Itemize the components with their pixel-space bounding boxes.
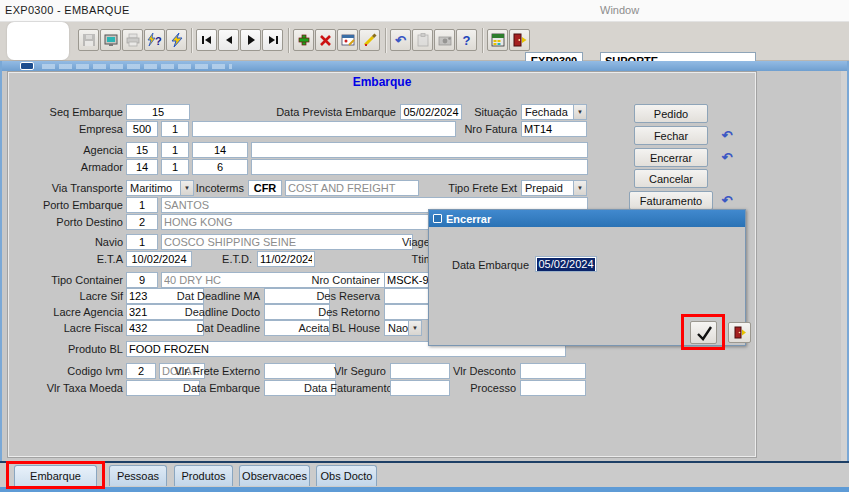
edit-record-button[interactable] bbox=[337, 29, 358, 51]
etd-field[interactable] bbox=[257, 251, 315, 267]
incoterms-label: Incoterms bbox=[194, 181, 244, 195]
window-left-edge bbox=[0, 61, 2, 492]
tipo-frete-ext-dropdown[interactable]: Prepaid ▼ bbox=[521, 180, 587, 196]
agencia-name-field[interactable] bbox=[251, 142, 588, 158]
add-record-button[interactable] bbox=[293, 29, 314, 51]
dialog-exit-button[interactable] bbox=[728, 322, 751, 343]
eta-label: E.T.A bbox=[11, 252, 123, 266]
undo-icon: ↶ bbox=[722, 150, 733, 165]
toolbar-group-record bbox=[293, 29, 380, 51]
lacre-sif-label: Lacre Sif bbox=[11, 289, 123, 303]
vlr-desconto-field[interactable] bbox=[520, 363, 586, 379]
incoterms-desc-field[interactable] bbox=[285, 180, 419, 196]
print-button[interactable] bbox=[122, 29, 143, 51]
lightning-question-icon: ? bbox=[147, 33, 162, 47]
tipo-container-code-field[interactable] bbox=[126, 272, 158, 288]
nro-container-label: Nro Container bbox=[254, 273, 380, 287]
screen-button[interactable] bbox=[100, 29, 121, 51]
dialog-window-icon bbox=[433, 214, 442, 223]
tipo-container-label: Tipo Container bbox=[11, 273, 123, 287]
etd-label: E.T.D. bbox=[194, 252, 252, 266]
nro-fatura-field[interactable] bbox=[521, 121, 587, 137]
porto-embarque-code-field[interactable] bbox=[126, 197, 158, 213]
armador-sub-field[interactable] bbox=[161, 159, 189, 175]
seq-embarque-label: Seq Embarque bbox=[11, 105, 123, 119]
chevron-down-icon: ▼ bbox=[573, 105, 586, 119]
processo-field[interactable] bbox=[520, 380, 586, 396]
encerrar-undo-button[interactable]: ↶ bbox=[714, 149, 740, 166]
undo-icon: ↶ bbox=[722, 128, 733, 143]
empresa-code-field[interactable] bbox=[126, 121, 158, 137]
next-record-button[interactable] bbox=[240, 29, 261, 51]
via-transporte-label: Via Transporte bbox=[11, 181, 123, 195]
toolbar-separator bbox=[385, 28, 386, 53]
via-transporte-dropdown[interactable]: Maritimo ▼ bbox=[126, 180, 194, 196]
dialog-data-embarque-field[interactable]: 05/02/2024 bbox=[535, 256, 597, 272]
eta-field[interactable] bbox=[126, 251, 192, 267]
lacre-fiscal-label: Lacre Fiscal bbox=[11, 321, 123, 335]
incoterms-code-field[interactable] bbox=[248, 180, 282, 196]
delete-record-button[interactable] bbox=[315, 29, 336, 51]
armador-name-field[interactable] bbox=[251, 159, 588, 175]
form-heading: Embarque bbox=[9, 75, 755, 89]
window-title: EXP0300 - EMBARQUE bbox=[5, 4, 130, 16]
navio-code-field[interactable] bbox=[126, 234, 158, 250]
agencia-ref-field[interactable] bbox=[192, 142, 248, 158]
schedule-button[interactable] bbox=[487, 29, 508, 51]
dialog-data-embarque-label: Data Embarque bbox=[437, 258, 529, 272]
processo-label: Processo bbox=[436, 381, 516, 395]
encerrar-button[interactable]: Encerrar bbox=[634, 148, 708, 167]
execute-button[interactable] bbox=[166, 29, 187, 51]
faturamento-button[interactable]: Faturamento bbox=[629, 191, 713, 210]
modify-record-button[interactable] bbox=[359, 29, 380, 51]
attach-image-button[interactable] bbox=[434, 29, 455, 51]
fechar-button[interactable]: Fechar bbox=[634, 126, 708, 145]
des-retorno-label: Des Retorno bbox=[302, 305, 380, 319]
tab-produtos[interactable]: Produtos bbox=[174, 465, 233, 486]
prev-record-icon bbox=[223, 34, 235, 46]
tab-pessoas[interactable]: Pessoas bbox=[109, 465, 167, 486]
exit-button[interactable] bbox=[509, 29, 530, 51]
agencia-code-field[interactable] bbox=[126, 142, 158, 158]
save-button[interactable] bbox=[78, 29, 99, 51]
camera-icon bbox=[438, 34, 452, 47]
empresa-sub-field[interactable] bbox=[161, 121, 189, 137]
faturamento-undo-button[interactable]: ↶ bbox=[714, 192, 740, 209]
right-scroll-band bbox=[841, 71, 847, 461]
dialog-confirm-button[interactable] bbox=[690, 321, 717, 344]
tab-embarque[interactable]: Embarque bbox=[14, 465, 97, 486]
last-record-button[interactable] bbox=[262, 29, 283, 51]
tab-obs-docto[interactable]: Obs Docto bbox=[316, 465, 377, 486]
mdi-window-icon bbox=[20, 62, 34, 70]
dat-deadline-ma-label: Dat Deadline MA bbox=[142, 289, 260, 303]
pedido-button[interactable]: Pedido bbox=[634, 104, 708, 123]
aceita-bl-house-dropdown[interactable]: Nao ▼ bbox=[384, 320, 422, 336]
paste-button[interactable] bbox=[412, 29, 433, 51]
agencia-sub-field[interactable] bbox=[161, 142, 189, 158]
deadline-docto-label: Deadline Docto bbox=[142, 305, 260, 319]
next-record-icon bbox=[245, 34, 257, 46]
fechar-undo-button[interactable]: ↶ bbox=[714, 127, 740, 144]
toolbar-group-app bbox=[487, 29, 530, 51]
encerrar-dialog-titlebar[interactable]: Encerrar bbox=[429, 210, 745, 227]
situacao-dropdown[interactable]: Fechada ▼ bbox=[521, 104, 587, 120]
prev-record-button[interactable] bbox=[218, 29, 239, 51]
armador-code-field[interactable] bbox=[126, 159, 158, 175]
cancelar-button[interactable]: Cancelar bbox=[634, 169, 708, 188]
armador-ref-field[interactable] bbox=[192, 159, 248, 175]
first-record-button[interactable] bbox=[196, 29, 217, 51]
undo-button[interactable]: ↶ bbox=[390, 29, 411, 51]
empresa-name-field[interactable] bbox=[192, 121, 456, 137]
tab-observacoes[interactable]: Observacoes bbox=[239, 465, 310, 486]
app-window: EXP0300 - EMBARQUE Window ? bbox=[0, 0, 849, 492]
menu-window[interactable]: Window bbox=[600, 4, 639, 16]
seq-embarque-field[interactable] bbox=[126, 104, 190, 120]
help-button[interactable]: ? bbox=[456, 29, 477, 51]
bottom-scrollbar bbox=[0, 487, 849, 492]
toolbar-group-file: ? bbox=[78, 29, 187, 51]
armador-label: Armador bbox=[11, 160, 123, 174]
porto-destino-code-field[interactable] bbox=[126, 214, 158, 230]
query-help-button[interactable]: ? bbox=[144, 29, 165, 51]
dat-deadline-label: Dat Deadline bbox=[142, 321, 260, 335]
last-record-icon bbox=[267, 34, 279, 46]
